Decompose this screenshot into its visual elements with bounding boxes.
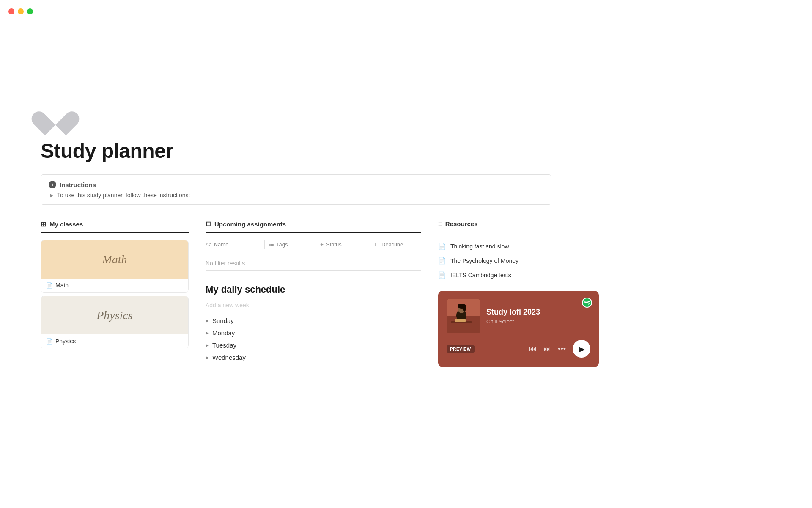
day-chevron-monday: ▶ xyxy=(206,331,209,335)
add-week-link[interactable]: Add a new week xyxy=(206,302,421,309)
day-chevron-sunday: ▶ xyxy=(206,318,209,323)
schedule-day-tuesday[interactable]: ▶ Tuesday xyxy=(206,339,421,351)
math-card-label: Math xyxy=(55,282,69,289)
spotify-next-button[interactable]: ⏭ xyxy=(543,345,551,353)
db-header-row: Aa Name ≔ Tags ✦ Status ☐ Deadline xyxy=(206,240,421,253)
tags-col-label: Tags xyxy=(276,241,288,248)
class-card-math[interactable]: Math 📄 Math xyxy=(41,240,189,293)
schedule-day-sunday[interactable]: ▶ Sunday xyxy=(206,315,421,327)
physics-card-footer: 📄 Physics xyxy=(41,334,188,348)
physics-card-label: Physics xyxy=(55,338,76,345)
spotify-card: Study lofi 2023 Chill Select PREVIEW ⏮ ⏭… xyxy=(438,291,599,367)
svg-rect-8 xyxy=(455,319,466,322)
doc-icon-math: 📄 xyxy=(46,282,53,289)
window-controls xyxy=(8,8,33,14)
spotify-preview-badge: PREVIEW xyxy=(447,345,475,353)
minimize-button[interactable] xyxy=(18,8,24,14)
spotify-logo xyxy=(582,298,592,308)
resource-label-2: The Psychology of Money xyxy=(450,257,518,264)
name-col-icon: Aa xyxy=(206,242,212,248)
physics-card-image: Physics xyxy=(41,296,188,334)
math-card-footer: 📄 Math xyxy=(41,279,188,292)
day-label-tuesday: Tuesday xyxy=(212,342,236,349)
class-card-physics[interactable]: Physics 📄 Physics xyxy=(41,296,189,348)
spotify-more-button[interactable]: ••• xyxy=(558,345,566,353)
page-title: Study planner xyxy=(41,139,551,163)
resources-column: ≡ Resources 📄 Thinking fast and slow 📄 T… xyxy=(438,220,599,367)
instructions-header: i Instructions xyxy=(49,181,543,188)
math-card-image: Math xyxy=(41,240,188,279)
spotify-prev-button[interactable]: ⏮ xyxy=(529,345,537,353)
status-col-icon: ✦ xyxy=(320,242,324,248)
classes-section-header: ⊞ My classes xyxy=(41,220,189,233)
col-header-name[interactable]: Aa Name xyxy=(206,240,265,249)
maximize-button[interactable] xyxy=(27,8,33,14)
day-label-wednesday: Wednesday xyxy=(212,354,246,361)
triangle-icon: ▶ xyxy=(50,193,54,198)
deadline-col-icon: ☐ xyxy=(375,242,379,248)
schedule-day-monday[interactable]: ▶ Monday xyxy=(206,327,421,339)
col-header-deadline[interactable]: ☐ Deadline xyxy=(370,240,421,249)
svg-point-7 xyxy=(462,304,466,311)
doc-icon-physics: 📄 xyxy=(46,338,53,345)
resource-item-3[interactable]: 📄 IELTS Cambridge tests xyxy=(438,268,599,282)
resources-section-label: Resources xyxy=(445,220,478,227)
spotify-album-row: Study lofi 2023 Chill Select xyxy=(447,299,590,333)
instructions-block: i Instructions ▶ To use this study plann… xyxy=(41,174,551,205)
resources-section-header: ≡ Resources xyxy=(438,220,599,232)
classes-column: ⊞ My classes Math 📄 Math Physics 📄 Physi… xyxy=(41,220,189,352)
day-label-monday: Monday xyxy=(212,329,235,337)
play-icon: ▶ xyxy=(579,345,584,353)
col-header-tags[interactable]: ≔ Tags xyxy=(265,240,315,249)
three-col-layout: ⊞ My classes Math 📄 Math Physics 📄 Physi… xyxy=(41,220,551,367)
spotify-controls: PREVIEW ⏮ ⏭ ••• ▶ xyxy=(447,340,590,358)
resource-doc-icon-3: 📄 xyxy=(438,271,446,279)
col-header-status[interactable]: ✦ Status xyxy=(315,240,370,249)
schedule-day-wednesday[interactable]: ▶ Wednesday xyxy=(206,351,421,364)
status-col-label: Status xyxy=(326,241,342,248)
classes-section-label: My classes xyxy=(49,221,83,228)
page-icon xyxy=(41,102,70,129)
resources-icon: ≡ xyxy=(438,220,442,227)
album-art-svg xyxy=(447,299,480,333)
name-col-label: Name xyxy=(214,241,229,248)
assignments-section-header: ⊟ Upcoming assignments xyxy=(206,220,421,233)
assignments-column: ⊟ Upcoming assignments Aa Name ≔ Tags ✦ … xyxy=(206,220,421,364)
resource-item-1[interactable]: 📄 Thinking fast and slow xyxy=(438,239,599,254)
info-icon: i xyxy=(49,181,56,188)
tags-col-icon: ≔ xyxy=(269,242,274,248)
instructions-title: Instructions xyxy=(60,181,96,188)
day-chevron-wednesday: ▶ xyxy=(206,355,209,360)
daily-schedule-title: My daily schedule xyxy=(206,284,421,295)
spotify-info: Study lofi 2023 Chill Select xyxy=(486,308,590,325)
no-results-text: No filter results. xyxy=(206,257,421,271)
instructions-body[interactable]: ▶ To use this study planner, follow thes… xyxy=(49,192,543,199)
spotify-album-art xyxy=(447,299,480,333)
spotify-track-name: Study lofi 2023 xyxy=(486,308,590,317)
deadline-col-label: Deadline xyxy=(381,241,403,248)
spotify-play-button[interactable]: ▶ xyxy=(573,340,590,358)
spotify-artist: Chill Select xyxy=(486,318,590,325)
day-chevron-tuesday: ▶ xyxy=(206,343,209,348)
resource-label-3: IELTS Cambridge tests xyxy=(450,272,511,279)
resource-doc-icon-2: 📄 xyxy=(438,257,446,265)
close-button[interactable] xyxy=(8,8,14,14)
assignments-section-label: Upcoming assignments xyxy=(214,221,286,228)
resource-doc-icon-1: 📄 xyxy=(438,243,446,250)
grid-icon: ⊞ xyxy=(41,220,46,228)
instructions-text: To use this study planner, follow these … xyxy=(57,192,190,199)
resource-label-1: Thinking fast and slow xyxy=(450,243,509,250)
day-label-sunday: Sunday xyxy=(212,317,234,324)
list-view-icon: ⊟ xyxy=(206,220,211,228)
spotify-buttons: ⏮ ⏭ ••• ▶ xyxy=(529,340,590,358)
main-content: Study planner i Instructions ▶ To use th… xyxy=(0,0,592,367)
resource-item-2[interactable]: 📄 The Psychology of Money xyxy=(438,254,599,268)
